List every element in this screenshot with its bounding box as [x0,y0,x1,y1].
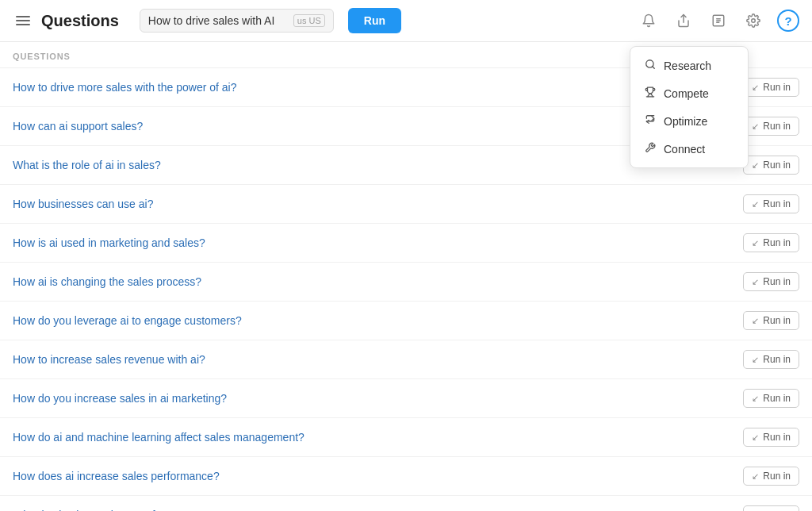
share-icon[interactable] [672,10,695,32]
table-row: How do you increase sales in ai marketin… [0,379,812,418]
run-in-icon: ↙ [752,316,759,326]
run-in-label: Run in [763,276,791,287]
dropdown-item-optimize[interactable]: Optimize [630,107,748,135]
question-text: How ai is changing the sales process? [13,275,730,288]
run-in-button[interactable]: ↙Run in [743,156,799,175]
question-text: How do you increase sales in ai marketin… [13,392,730,405]
run-in-button[interactable]: ↙Run in [743,272,799,291]
search-bar: us US [140,9,334,33]
dropdown-compete-label: Compete [664,87,709,100]
research-icon [643,59,657,72]
svg-point-5 [752,19,756,23]
doc-icon[interactable] [707,10,730,32]
dropdown-menu: Research Compete Optimize [630,46,749,168]
run-in-label: Run in [763,315,791,326]
run-in-icon: ↙ [752,277,759,287]
table-row: How does ai increase sales performance?↙… [0,457,812,496]
dropdown-optimize-label: Optimize [664,115,707,128]
run-in-icon: ↙ [752,83,759,93]
table-row: How is ai used in marketing and sales?↙R… [0,224,812,263]
run-in-button[interactable]: ↙Run in [743,311,799,330]
table-row: How to increase sales revenue with ai?↙R… [0,340,812,379]
dropdown-item-compete[interactable]: Compete [630,79,748,107]
run-in-label: Run in [763,121,791,132]
run-in-icon: ↙ [752,238,759,248]
question-text: How is ai used in marketing and sales? [13,236,730,249]
run-in-button[interactable]: ↙Run in [743,233,799,252]
table-row: How businesses can use ai?↙Run in [0,185,812,224]
search-input[interactable] [148,14,287,27]
run-in-icon: ↙ [752,160,759,171]
run-in-button[interactable]: ↙Run in [743,428,799,447]
run-in-icon: ↙ [752,199,759,209]
run-button[interactable]: Run [348,8,401,33]
header-right: ? [638,10,799,32]
optimize-icon [643,114,657,128]
run-in-label: Run in [763,82,791,93]
dropdown-item-connect[interactable]: Connect [630,135,748,163]
run-in-button[interactable]: ↙Run in [743,467,799,486]
question-text: How businesses can use ai? [13,198,730,210]
run-in-button[interactable]: ↙Run in [743,389,799,408]
table-row: What is ai sales assistant software?↙Run… [0,496,812,511]
run-in-button[interactable]: ↙Run in [743,117,799,136]
search-flag: us US [293,14,325,27]
run-in-icon: ↙ [752,394,759,404]
run-in-label: Run in [763,198,791,209]
table-row: How do ai and machine learning affect sa… [0,418,812,457]
run-in-label: Run in [763,237,791,248]
run-in-button[interactable]: ↙Run in [743,505,799,511]
run-in-label: Run in [763,159,791,171]
run-in-label: Run in [763,471,791,482]
question-text: What is the role of ai in sales? [13,159,730,171]
run-in-icon: ↙ [752,471,759,482]
menu-icon[interactable] [13,13,33,29]
question-text: How do you leverage ai to engage custome… [13,314,730,327]
question-text: How do ai and machine learning affect sa… [13,431,730,444]
dropdown-connect-label: Connect [664,143,705,156]
dropdown-item-research[interactable]: Research [630,52,748,79]
question-text: How does ai increase sales performance? [13,470,730,482]
table-row: How do you leverage ai to engage custome… [0,302,812,340]
run-in-button[interactable]: ↙Run in [743,350,799,369]
bell-icon[interactable] [638,10,660,32]
run-in-icon: ↙ [752,432,759,443]
question-text: How can ai support sales? [13,120,730,133]
run-in-label: Run in [763,432,791,443]
run-in-label: Run in [763,354,791,365]
question-text: How to drive more sales with the power o… [13,81,730,94]
table-row: How ai is changing the sales process?↙Ru… [0,263,812,302]
run-in-icon: ↙ [752,355,759,365]
svg-line-7 [653,67,655,69]
question-text: How to increase sales revenue with ai? [13,353,730,366]
help-icon[interactable]: ? [777,10,799,32]
gear-icon[interactable] [742,10,764,32]
connect-icon [643,142,657,156]
run-in-label: Run in [763,393,791,404]
run-in-button[interactable]: ↙Run in [743,194,799,213]
page-title: Questions [41,12,119,30]
compete-icon [643,86,657,100]
run-in-icon: ↙ [752,121,759,132]
dropdown-research-label: Research [664,60,711,72]
run-in-button[interactable]: ↙Run in [743,78,799,97]
header-left: Questions us US Run [13,8,401,33]
header: Questions us US Run [0,0,812,42]
